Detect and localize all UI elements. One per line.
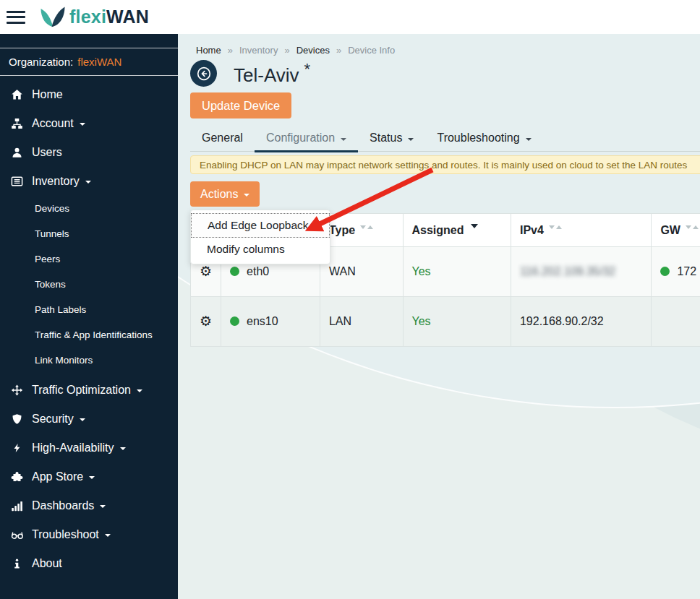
ipv4-value-redacted: 116.202.109.35/32 [520,265,615,277]
sidebar-item-traffic-app-identifications[interactable]: Traffic & App Identifications [0,322,178,348]
organization-label: Organization: [9,56,73,68]
sidebar-item-tokens[interactable]: Tokens [0,272,178,297]
arrow-left-circle-icon [195,65,213,82]
flexiwan-device-page: { "brand": { "flexi": "flexi", "wan": "W… [0,0,700,599]
home-icon [9,89,25,100]
assigned-value: Yes [412,315,431,327]
organization-name: flexiWAN [77,56,121,68]
sidebar-item-app-store[interactable]: App Store [0,462,178,491]
ipv4-value: 192.168.90.2/32 [520,315,604,327]
sidebar-item-tunnels[interactable]: Tunnels [0,221,178,246]
interface-name: eth0 [247,265,269,277]
sort-icons[interactable] [549,219,562,232]
page-title: Tel-Aviv* [234,60,310,87]
update-device-button[interactable]: Update Device [190,92,291,118]
menu-item-add-edge-loopback[interactable]: Add Edge Loopback [191,213,330,238]
arrows-move-icon [9,384,25,396]
tab-troubleshooting[interactable]: Troubleshooting [425,125,542,152]
gw-value: 172 [677,265,696,277]
table-row-ens10: ⚙ ens10 LAN Yes 192.168.90.2/32 [191,297,700,347]
tab-status[interactable]: Status [358,125,425,152]
breadcrumb-separator: » [284,45,289,56]
sidebar-item-account[interactable]: Account [0,109,178,138]
sitemap-icon [9,118,25,129]
brand-text: flexiWAN [69,7,149,27]
sidebar-item-inventory[interactable]: Inventory [0,167,178,196]
sidebar-nav: Home Account Users Inventory Devices Tun… [0,76,178,578]
flexiwan-logo[interactable]: flexiWAN [40,6,149,28]
sidebar-item-users[interactable]: Users [0,138,178,167]
sidebar-item-security[interactable]: Security [0,405,178,434]
top-bar: flexiWAN [0,0,700,34]
organization-row: Organization: flexiWAN [0,48,178,76]
sidebar-item-about[interactable]: About [0,549,178,578]
hamburger-menu-icon[interactable] [7,11,25,24]
chevron-down-icon [100,505,106,508]
title-row: Tel-Aviv* [190,60,310,87]
sidebar-item-link-monitors[interactable]: Link Monitors [0,348,178,373]
chevron-down-icon [120,447,126,450]
info-icon [9,558,25,569]
breadcrumb-separator: » [336,45,341,56]
sidebar-item-devices[interactable]: Devices [0,196,178,221]
gear-icon[interactable]: ⚙ [200,264,212,279]
breadcrumb-device-info: Device Info [348,45,395,56]
chevron-down-icon [408,138,414,141]
chevron-down-icon [244,194,249,197]
tab-bar: General Configuration Status Troubleshoo… [190,125,700,152]
chevron-down-icon [80,123,85,126]
signal-bars-icon [9,500,25,512]
sidebar: Organization: flexiWAN Home Account User… [0,34,178,599]
sidebar-item-troubleshoot[interactable]: Troubleshoot [0,520,178,549]
actions-dropdown-menu: Add Edge Loopback Modify columns [190,210,330,264]
breadcrumb-separator: » [228,45,233,56]
interface-type: WAN [329,265,356,277]
sidebar-item-high-availability[interactable]: High-Availability [0,434,178,462]
sidebar-item-peers[interactable]: Peers [0,246,178,272]
assigned-value: Yes [412,265,431,277]
interface-type: LAN [329,315,351,327]
user-icon [9,147,25,158]
header-ipv4[interactable]: IPv4 [511,214,651,247]
puzzle-icon [9,471,25,483]
status-dot-green [230,267,239,276]
list-icon [9,176,25,187]
chevron-down-icon [85,181,91,184]
header-gw[interactable]: GW [652,214,700,247]
breadcrumb: Home » Inventory » Devices » Device Info [196,45,395,56]
filter-caret-icon[interactable] [471,224,478,228]
actions-button[interactable]: Actions [190,181,260,207]
main-content: Home » Inventory » Devices » Device Info… [178,34,700,599]
bolt-icon [9,442,25,454]
header-assigned[interactable]: Assigned [403,214,511,247]
shield-icon [9,413,25,425]
gear-icon[interactable]: ⚙ [200,314,212,329]
status-dot-green [660,267,670,276]
dhcp-warning-banner: Enabling DHCP on LAN may impact network … [190,155,700,174]
chevron-down-icon [341,138,346,141]
sidebar-item-path-labels[interactable]: Path Labels [0,297,178,322]
status-dot-green [230,316,239,326]
chevron-down-icon [80,418,85,421]
breadcrumb-home[interactable]: Home [196,45,221,56]
chevron-down-icon [137,389,142,392]
chevron-down-icon [105,534,111,537]
sidebar-item-home[interactable]: Home [0,80,178,109]
chevron-down-icon [526,138,532,141]
menu-item-modify-columns[interactable]: Modify columns [191,238,330,261]
header-type[interactable]: Type [320,214,403,247]
chevron-down-icon [89,476,95,479]
breadcrumb-devices[interactable]: Devices [296,45,330,56]
sort-icons[interactable] [360,219,373,232]
tab-configuration[interactable]: Configuration [255,125,358,152]
sort-icons[interactable] [686,219,699,232]
unsaved-indicator: * [304,60,311,78]
sidebar-item-dashboards[interactable]: Dashboards [0,491,178,520]
sidebar-item-traffic-optimization[interactable]: Traffic Optimization [0,376,178,405]
interface-name: ens10 [247,315,278,327]
flexiwan-swoosh-icon [40,6,66,28]
back-button[interactable] [190,60,217,87]
tab-general[interactable]: General [190,125,255,152]
breadcrumb-inventory[interactable]: Inventory [239,45,278,56]
glasses-icon [9,529,25,540]
